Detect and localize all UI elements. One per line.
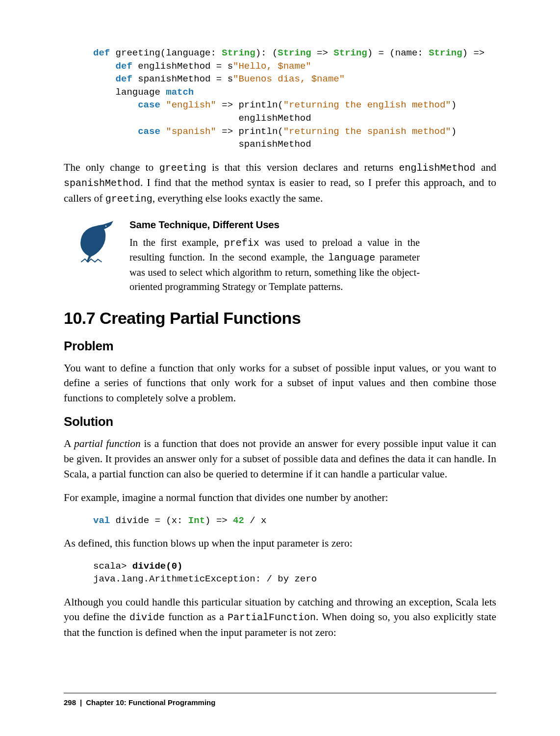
code-inline-partialfunction: PartialFunction: [228, 612, 316, 623]
text: function as a: [165, 611, 228, 623]
code-divide: val divide = (x: Int) => 42 / x: [64, 514, 496, 527]
note-title: Same Technique, Different Uses: [129, 219, 420, 231]
code-inline-englishmethod: englishMethod: [399, 162, 476, 174]
problem-heading: Problem: [64, 339, 496, 354]
crow-icon: [76, 219, 116, 294]
code-divide-call: scala> divide(0) java.lang.ArithmeticExc…: [64, 560, 496, 586]
solution-paragraph-4: Although you could handle this particula…: [64, 595, 496, 640]
problem-paragraph: You want to define a function that only …: [64, 361, 496, 406]
code-inline-greeting2: greeting: [105, 193, 153, 205]
code-greeting: def greeting(language: String): (String …: [64, 47, 496, 151]
footer-area: 298|Chapter 10: Functional Programming: [64, 693, 496, 707]
code-inline-prefix: prefix: [224, 237, 259, 249]
content-area: def greeting(language: String): (String …: [64, 47, 496, 693]
solution-paragraph-2: For example, imagine a normal function t…: [64, 490, 496, 505]
text: A: [64, 438, 74, 449]
note-body: Same Technique, Different Uses In the fi…: [129, 219, 420, 294]
note-box: Same Technique, Different Uses In the fi…: [76, 219, 420, 294]
text: is that this version declares and return…: [206, 161, 399, 173]
svg-point-0: [105, 225, 106, 226]
footer: 298|Chapter 10: Functional Programming: [64, 698, 496, 707]
solution-paragraph-3: As defined, this function blows up when …: [64, 536, 496, 551]
separator: |: [80, 698, 82, 707]
code-inline-divide: divide: [129, 612, 165, 623]
note-text: In the first example, prefix was used to…: [129, 236, 420, 294]
code-inline-greeting: greeting: [159, 162, 206, 174]
page-number: 298: [64, 698, 76, 707]
emphasis-partial-function: partial function: [74, 438, 141, 449]
text: In the first example,: [129, 237, 224, 248]
text: The only change to: [64, 161, 159, 173]
page: def greeting(language: String): (String …: [0, 0, 560, 736]
text: and: [476, 161, 496, 173]
section-heading: 10.7 Creating Partial Functions: [64, 309, 496, 328]
chapter-title: Chapter 10: Functional Programming: [86, 698, 215, 707]
code-inline-language: language: [328, 252, 375, 263]
text: , everything else looks exactly the same…: [153, 192, 323, 204]
solution-heading: Solution: [64, 414, 496, 429]
paragraph-change: The only change to greeting is that this…: [64, 160, 496, 206]
footer-rule: [64, 693, 496, 693]
code-inline-spanishmethod: spanishMethod: [64, 178, 140, 189]
solution-paragraph-1: A partial function is a function that do…: [64, 436, 496, 481]
